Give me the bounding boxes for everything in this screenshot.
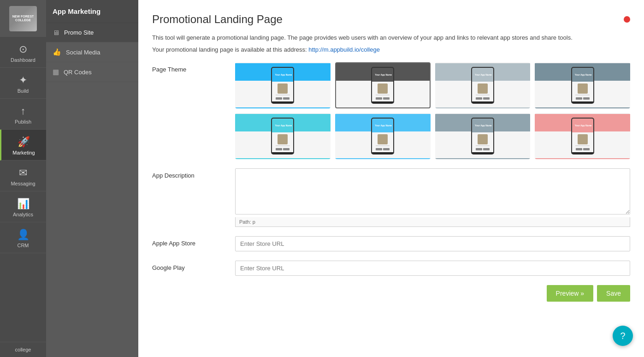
sub-nav-item-promo-site[interactable]: 🖥 Promo Site [46, 23, 138, 42]
theme-item-7[interactable]: Your App Name [435, 113, 531, 159]
sidebar-item-messaging[interactable]: ✉ Messaging [0, 161, 46, 191]
college-label: college [15, 347, 31, 352]
theme-grid: Your App Name [235, 62, 630, 159]
google-play-row: Google Play [152, 261, 630, 276]
page-description: This tool will generate a promotional la… [152, 33, 630, 42]
messaging-icon: ✉ [19, 167, 27, 179]
google-play-control [235, 261, 630, 276]
apple-store-row: Apple App Store [152, 236, 630, 251]
preview-button[interactable]: Preview » [547, 285, 593, 302]
help-button[interactable]: ? [613, 326, 633, 346]
sidebar-item-publish[interactable]: ↑ Publish [0, 99, 46, 130]
page-header: Promotional Landing Page [152, 13, 630, 26]
theme-thumb-2: Your App Name [336, 63, 430, 107]
qr-codes-icon: ▦ [53, 68, 59, 76]
analytics-icon: 📊 [17, 198, 30, 210]
main-content: Promotional Landing Page This tool will … [138, 0, 644, 357]
sidebar-item-build[interactable]: ✦ Build [0, 68, 46, 99]
crm-label: CRM [17, 243, 29, 248]
theme-item-5[interactable]: Your App Name [235, 113, 331, 159]
sub-nav-item-qr-codes[interactable]: ▦ QR Codes [46, 62, 138, 82]
theme-thumb-4: Your App Name [536, 63, 629, 107]
sidebar-item-dashboard[interactable]: ⊙ Dashboard [0, 37, 46, 68]
google-play-input[interactable] [235, 261, 630, 276]
publish-label: Publish [15, 119, 31, 125]
action-row: Preview » Save [152, 285, 630, 302]
theme-item-2[interactable]: Your App Name [335, 62, 431, 108]
sidebar-item-marketing[interactable]: 🚀 Marketing [0, 130, 46, 161]
dashboard-icon: ⊙ [19, 43, 27, 55]
theme-item-1[interactable]: Your App Name [235, 62, 331, 108]
save-button[interactable]: Save [597, 285, 630, 302]
description-label: App Description [152, 168, 226, 179]
promo-site-label: Promo Site [64, 29, 94, 36]
theme-control: Your App Name [235, 62, 630, 159]
logo-line1: NEW FOREST [12, 15, 34, 18]
social-media-label: Social Media [66, 49, 100, 56]
publish-icon: ↑ [21, 105, 26, 117]
marketing-icon: 🚀 [18, 136, 30, 148]
messaging-label: Messaging [11, 181, 35, 186]
theme-label: Page Theme [152, 62, 226, 73]
promo-site-icon: 🖥 [53, 29, 59, 36]
apple-store-control [235, 236, 630, 251]
theme-thumb-7: Your App Name [436, 114, 530, 158]
theme-item-8[interactable]: Your App Name [535, 113, 630, 159]
theme-row: Page Theme Your App Name [152, 62, 630, 159]
sidebar-icons: NEW FOREST COLLEGE ⊙ Dashboard ✦ Build ↑… [0, 0, 46, 357]
theme-item-4[interactable]: Your App Name [535, 62, 630, 108]
sidebar-item-analytics[interactable]: 📊 Analytics [0, 191, 46, 222]
url-line: Your promotional landing page is availab… [152, 46, 630, 53]
sub-nav-header: App Marketing [46, 0, 138, 23]
social-media-icon: 👍 [53, 48, 61, 56]
promo-url-link[interactable]: http://m.appbuild.io/college [308, 46, 380, 53]
theme-thumb-6: Your App Name [336, 114, 430, 158]
sidebar-sub: App Marketing 🖥 Promo Site 👍 Social Medi… [46, 0, 138, 357]
qr-codes-label: QR Codes [64, 69, 92, 76]
url-prefix: Your promotional landing page is availab… [152, 46, 307, 53]
description-row: App Description Path: p [152, 168, 630, 227]
theme-item-3[interactable]: Your App Name [435, 62, 531, 108]
page-title: Promotional Landing Page [152, 13, 283, 26]
apple-store-label: Apple App Store [152, 236, 226, 247]
theme-thumb-8: Your App Name [536, 114, 629, 158]
google-play-label: Google Play [152, 261, 226, 271]
path-info: Path: p [235, 217, 630, 227]
crm-icon: 👤 [17, 229, 30, 241]
marketing-label: Marketing [12, 150, 35, 155]
theme-item-6[interactable]: Your App Name [335, 113, 431, 159]
theme-thumb-1: Your App Name [236, 63, 330, 107]
theme-thumb-3: Your App Name [436, 63, 530, 107]
dashboard-label: Dashboard [11, 57, 35, 63]
app-logo: NEW FOREST COLLEGE [0, 0, 46, 37]
apple-store-input[interactable] [235, 236, 630, 251]
logo-image: NEW FOREST COLLEGE [9, 6, 37, 31]
theme-thumb-5: Your App Name [236, 114, 330, 158]
logo-line2: COLLEGE [15, 18, 31, 22]
status-indicator [624, 16, 630, 23]
sidebar-item-crm[interactable]: 👤 CRM [0, 222, 46, 253]
build-icon: ✦ [19, 74, 27, 86]
description-control: Path: p [235, 168, 630, 227]
app-description-textarea[interactable] [235, 168, 630, 214]
analytics-label: Analytics [13, 212, 33, 217]
build-label: Build [18, 88, 29, 94]
sub-nav-item-social-media[interactable]: 👍 Social Media [46, 42, 138, 62]
sidebar-bottom-label: college [0, 342, 46, 357]
